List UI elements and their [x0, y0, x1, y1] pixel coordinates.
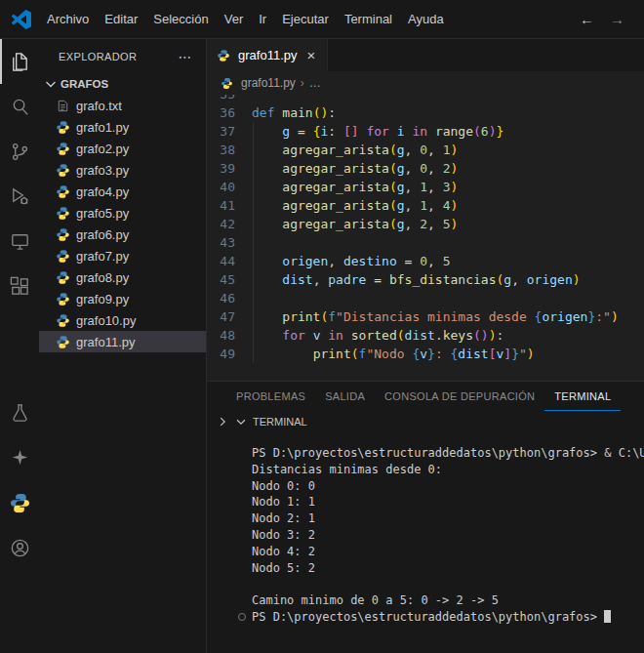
python-icon[interactable]: [0, 480, 39, 525]
file-item-grafo9.py[interactable]: grafo9.py: [39, 288, 206, 309]
line-number: 46: [207, 289, 252, 307]
breadcrumb: grafo11.py › …: [207, 71, 644, 95]
file-name: grafo5.py: [76, 206, 129, 221]
file-name: grafo9.py: [76, 292, 129, 306]
file-item-grafo4.py[interactable]: grafo4.py: [39, 181, 206, 202]
run-debug-icon[interactable]: [0, 174, 39, 219]
file-item-grafo7.py[interactable]: grafo7.py: [39, 245, 206, 266]
python-file-icon: [56, 334, 71, 349]
python-file-icon: [56, 141, 71, 156]
sidebar-header: EXPLORADOR ⋯: [39, 39, 206, 73]
explorer-sidebar: EXPLORADOR ⋯ GRAFOS grafo.txtgrafo1.pygr…: [39, 39, 207, 653]
line-number: 45: [207, 270, 252, 289]
terminal-line-6: Nodo 4: 2: [207, 544, 644, 560]
back-icon[interactable]: ←: [580, 11, 594, 27]
menu-ayuda[interactable]: Ayuda: [400, 8, 452, 30]
terminal-text: Nodo 5: 2: [252, 561, 315, 575]
extensions-icon[interactable]: [0, 264, 39, 308]
panel-tab-salida[interactable]: SALIDA: [315, 382, 375, 411]
file-item-grafo.txt[interactable]: grafo.txt: [39, 95, 206, 116]
code-line-40: 40 agregar_arista(g, 1, 3): [207, 178, 644, 196]
terminal-cursor: [604, 610, 611, 623]
python-file-icon: [56, 291, 71, 306]
python-file-icon: [56, 269, 71, 285]
file-item-grafo1.py[interactable]: grafo1.py: [39, 116, 206, 138]
terminal-text: Distancias minimas desde 0:: [252, 463, 442, 476]
file-item-grafo3.py[interactable]: grafo3.py: [39, 159, 206, 181]
file-item-grafo8.py[interactable]: grafo8.py: [39, 266, 206, 288]
file-name: grafo2.py: [76, 142, 129, 156]
file-item-grafo5.py[interactable]: grafo5.py: [39, 202, 206, 224]
panel-tab-problemas[interactable]: PROBLEMAS: [226, 382, 315, 411]
menu-ver[interactable]: Ver: [217, 8, 252, 30]
remote-explorer-icon[interactable]: [0, 219, 39, 264]
terminal-line-0: PS D:\proyectos\estructuraddedatos\pytho…: [207, 445, 644, 462]
line-text: def main():: [252, 103, 336, 122]
terminal-text: PS D:\proyectos\estructuraddedatos\pytho…: [252, 446, 644, 460]
folder-name: GRAFOS: [60, 78, 108, 90]
file-item-grafo10.py[interactable]: grafo10.py: [39, 309, 206, 331]
line-number: 36: [207, 103, 252, 122]
file-name: grafo11.py: [76, 335, 135, 349]
python-file-icon: [221, 75, 236, 91]
menu-ejecutar[interactable]: Ejecutar: [274, 8, 337, 30]
code-line-49: 49 print(f"Nodo {v}: {dist[v]}"): [207, 345, 644, 363]
menu-terminal[interactable]: Terminal: [337, 8, 400, 30]
folder-section-grafos[interactable]: GRAFOS: [39, 73, 206, 95]
bottom-panel: PROBLEMASSALIDACONSOLA DE DEPURACIÓNTERM…: [207, 381, 644, 653]
forward-icon[interactable]: →: [610, 11, 624, 27]
copilot-icon[interactable]: [0, 435, 39, 480]
code-line-37: 37 g = {i: [] for i in range(6)}: [207, 122, 644, 141]
menu-bar-items: ArchivoEditarSelecciónVerIrEjecutarTermi…: [39, 8, 452, 30]
breadcrumb-file[interactable]: grafo11.py: [241, 76, 296, 90]
python-file-icon: [56, 226, 71, 242]
terminal-text: PS D:\proyectos\estructuraddedatos\pytho…: [252, 610, 604, 624]
python-file-icon: [56, 119, 71, 135]
source-control-icon[interactable]: [0, 129, 39, 174]
code-line-43: 43: [207, 233, 644, 252]
editor-tab-bar: grafo11.py ×: [207, 39, 644, 71]
line-number: 40: [207, 178, 252, 196]
menu-selección[interactable]: Selección: [145, 8, 216, 30]
more-actions-icon[interactable]: ⋯: [177, 49, 194, 64]
menu-archivo[interactable]: Archivo: [39, 8, 97, 30]
testing-icon[interactable]: [0, 390, 39, 435]
breadcrumb-more[interactable]: …: [309, 76, 321, 90]
nav-arrows: ← →: [580, 11, 634, 27]
line-number: 49: [207, 345, 252, 363]
line-text: agregar_arista(g, 1, 4): [252, 196, 458, 215]
panel-tab-consola-de-depuración[interactable]: CONSOLA DE DEPURACIÓN: [375, 382, 544, 411]
python-file-icon: [56, 184, 71, 199]
tab-grafo11[interactable]: grafo11.py ×: [207, 39, 328, 71]
code-line-41: 41 agregar_arista(g, 1, 4): [207, 196, 644, 215]
vscode-logo-icon: [12, 10, 31, 29]
line-text: for v in sorted(dist.keys()):: [252, 326, 503, 345]
file-item-grafo11.py[interactable]: grafo11.py: [39, 331, 206, 352]
close-icon[interactable]: ×: [304, 47, 317, 63]
line-text: agregar_arista(g, 2, 5): [252, 215, 458, 233]
file-name: grafo10.py: [76, 313, 136, 328]
file-item-grafo6.py[interactable]: grafo6.py: [39, 224, 206, 245]
command-decoration-icon[interactable]: [238, 613, 246, 621]
account-icon[interactable]: [0, 525, 39, 570]
file-name: grafo.txt: [76, 99, 122, 113]
line-number: 41: [207, 196, 252, 215]
search-icon[interactable]: [0, 84, 39, 129]
menu-editar[interactable]: Editar: [97, 8, 145, 30]
explorer-icon[interactable]: [0, 39, 39, 84]
line-number: 42: [207, 215, 252, 233]
terminal-header-label: TERMINAL: [253, 416, 307, 428]
code-line-46: 46: [207, 289, 644, 307]
terminal-line-1: Distancias minimas desde 0:: [207, 462, 644, 478]
terminal-section-header[interactable]: TERMINAL: [207, 411, 644, 432]
line-text: agregar_arista(g, 0, 1): [252, 141, 458, 159]
menu-ir[interactable]: Ir: [251, 8, 274, 30]
file-item-grafo2.py[interactable]: grafo2.py: [39, 138, 206, 159]
panel-tab-terminal[interactable]: TERMINAL: [544, 382, 621, 411]
code-editor[interactable]: 3536def main():37 g = {i: [] for i in ra…: [207, 95, 644, 381]
terminal-line-8: [207, 576, 644, 592]
terminal-output[interactable]: PS D:\proyectos\estructuraddedatos\pytho…: [207, 432, 644, 653]
terminal-text: Nodo 0: 0: [252, 479, 315, 493]
file-name: grafo7.py: [76, 249, 129, 264]
file-name: grafo4.py: [76, 184, 129, 199]
